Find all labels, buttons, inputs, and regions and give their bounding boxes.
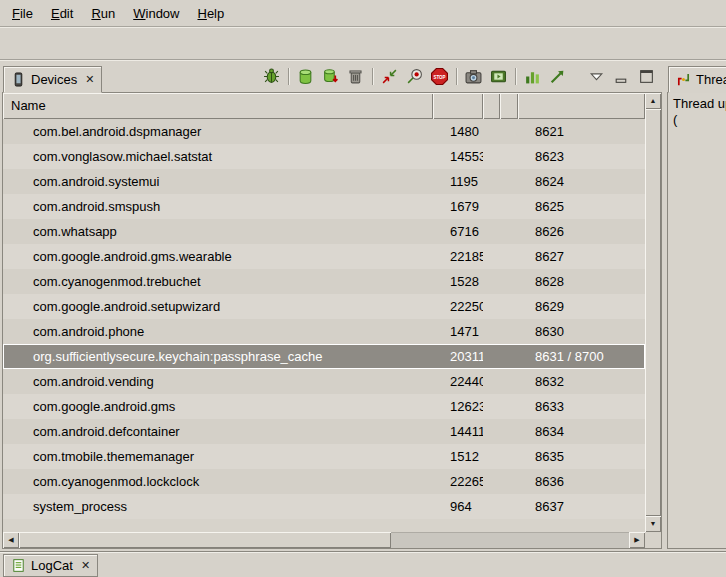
cell-empty	[483, 144, 500, 169]
process-name: com.bel.android.dspmanager	[3, 119, 433, 144]
column-header-port[interactable]	[518, 93, 645, 119]
cell-empty	[483, 119, 500, 144]
column-header-pid[interactable]	[433, 93, 483, 119]
dump-hprof-icon[interactable]	[318, 66, 343, 87]
process-port: 8627	[518, 244, 645, 269]
process-pid: 1480	[433, 119, 483, 144]
toolbar-separator	[456, 68, 457, 85]
update-threads-icon[interactable]	[377, 66, 402, 87]
device-icon	[11, 72, 26, 87]
close-icon[interactable]: ✕	[78, 559, 90, 572]
cell-empty	[500, 119, 518, 144]
process-row[interactable]: com.google.android.gms 12623 8633	[3, 394, 645, 419]
cell-empty	[483, 169, 500, 194]
process-row[interactable]: com.google.android.gms.wearable 22185 86…	[3, 244, 645, 269]
process-row[interactable]: com.android.defcontainer 14411 8634	[3, 419, 645, 444]
screen-record-icon[interactable]	[486, 66, 511, 87]
horizontal-scrollbar-thumb[interactable]	[19, 532, 391, 548]
tab-threads-label: Threads	[696, 72, 726, 87]
process-port: 8632	[518, 369, 645, 394]
devices-view: Devices ✕	[2, 63, 662, 549]
view-menu-icon[interactable]	[584, 66, 609, 87]
tab-devices[interactable]: Devices ✕	[3, 66, 102, 93]
cell-empty	[500, 144, 518, 169]
cell-empty	[483, 469, 500, 494]
process-port: 8631 / 8700	[518, 344, 645, 369]
scroll-left-icon[interactable]: ◀	[3, 532, 19, 548]
threads-message-line1: Thread up	[673, 96, 726, 112]
tab-threads[interactable]: Threads ✕	[668, 66, 726, 93]
close-icon[interactable]: ✕	[82, 73, 94, 86]
process-list: com.bel.android.dspmanager 1480 8621 com…	[3, 119, 645, 519]
process-port: 8623	[518, 144, 645, 169]
process-row[interactable]: com.cyanogenmod.lockclock 22265 8636	[3, 469, 645, 494]
process-pid: 22440	[433, 369, 483, 394]
stop-label: STOP	[433, 75, 445, 80]
cell-empty	[500, 394, 518, 419]
cell-empty	[483, 219, 500, 244]
cell-empty	[500, 419, 518, 444]
method-tracer-icon[interactable]	[545, 66, 570, 87]
process-name: com.android.phone	[3, 319, 433, 344]
process-row[interactable]: com.whatsapp 6716 8626	[3, 219, 645, 244]
minimize-icon[interactable]	[609, 66, 634, 87]
table-header: Name	[3, 93, 645, 119]
scroll-down-icon[interactable]: ▼	[645, 516, 661, 532]
vertical-scrollbar-thumb[interactable]	[645, 109, 661, 516]
menu-item[interactable]: Help	[188, 2, 233, 25]
process-port: 8625	[518, 194, 645, 219]
main-area: Devices ✕	[0, 62, 726, 551]
cell-empty	[500, 194, 518, 219]
tab-logcat[interactable]: LogCat ✕	[3, 554, 98, 577]
scroll-right-icon[interactable]: ▶	[629, 532, 645, 548]
column-header-empty[interactable]	[483, 93, 500, 119]
cell-empty	[483, 194, 500, 219]
column-header-empty[interactable]	[500, 93, 518, 119]
process-row[interactable]: com.android.smspush 1679 8625	[3, 194, 645, 219]
menu-item[interactable]: Window	[124, 2, 188, 25]
process-port: 8633	[518, 394, 645, 419]
process-row[interactable]: com.bel.android.dspmanager 1480 8621	[3, 119, 645, 144]
process-row[interactable]: org.sufficientlysecure.keychain:passphra…	[3, 344, 645, 369]
process-row[interactable]: com.vonglasow.michael.satstat 14553 8623	[3, 144, 645, 169]
screen-capture-icon[interactable]	[461, 66, 486, 87]
logcat-view-collapsed: LogCat ✕	[0, 551, 726, 577]
process-port: 8635	[518, 444, 645, 469]
process-pid: 14411	[433, 419, 483, 444]
devices-tabbar: Devices ✕	[2, 63, 662, 93]
menu-item[interactable]: Run	[82, 2, 124, 25]
cell-empty	[483, 419, 500, 444]
process-row[interactable]: com.android.phone 1471 8630	[3, 319, 645, 344]
menu-item[interactable]: File	[3, 2, 42, 25]
vertical-scrollbar[interactable]: ▲ ▼	[645, 93, 661, 532]
stop-process-icon[interactable]: STOP	[427, 66, 452, 87]
maximize-icon[interactable]	[634, 66, 659, 87]
cell-empty	[500, 294, 518, 319]
threads-icon	[676, 72, 691, 87]
cell-empty	[500, 219, 518, 244]
cell-empty	[483, 269, 500, 294]
process-row[interactable]: com.tmobile.thememanager 1512 8635	[3, 444, 645, 469]
horizontal-scrollbar[interactable]: ◀ ▶	[3, 532, 645, 548]
process-port: 8624	[518, 169, 645, 194]
cause-gc-icon[interactable]	[343, 66, 368, 87]
scroll-up-icon[interactable]: ▲	[645, 93, 661, 109]
process-row[interactable]: com.android.vending 22440 8632	[3, 369, 645, 394]
threads-view: Threads ✕ Thread up (	[667, 63, 726, 549]
process-name: com.cyanogenmod.lockclock	[3, 469, 433, 494]
process-row[interactable]: com.cyanogenmod.trebuchet 1528 8628	[3, 269, 645, 294]
start-method-profiling-icon[interactable]	[402, 66, 427, 87]
opengl-trace-icon[interactable]	[520, 66, 545, 87]
process-row[interactable]: system_process 964 8637	[3, 494, 645, 519]
threads-message: Thread up (	[667, 93, 726, 549]
process-name: com.google.android.setupwizard	[3, 294, 433, 319]
menu-item[interactable]: Edit	[42, 2, 82, 25]
process-port: 8629	[518, 294, 645, 319]
update-heap-icon[interactable]	[293, 66, 318, 87]
column-header-name[interactable]: Name	[3, 93, 433, 119]
process-port: 8636	[518, 469, 645, 494]
cell-empty	[483, 369, 500, 394]
process-row[interactable]: com.android.systemui 1195 8624	[3, 169, 645, 194]
process-row[interactable]: com.google.android.setupwizard 22250 862…	[3, 294, 645, 319]
debug-process-icon[interactable]	[259, 66, 284, 87]
